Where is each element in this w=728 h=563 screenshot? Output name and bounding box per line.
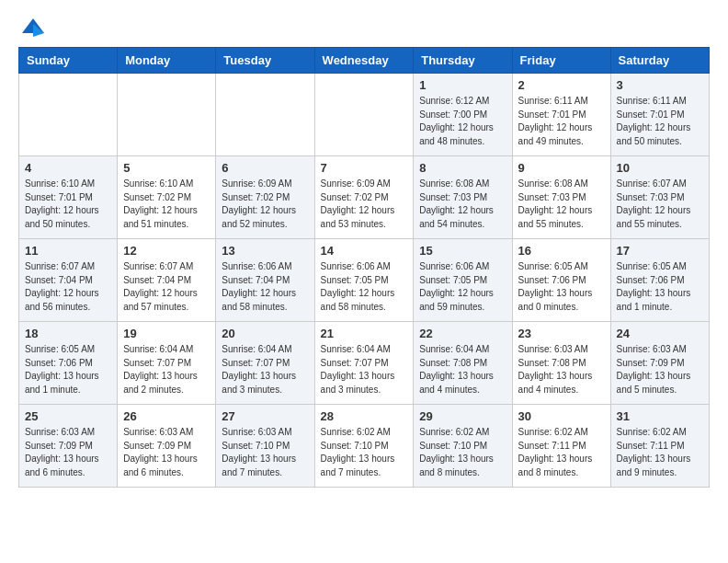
day-info: Sunrise: 6:03 AM Sunset: 7:09 PM Dayligh… [25,426,111,479]
calendar-header-row: SundayMondayTuesdayWednesdayThursdayFrid… [19,48,710,74]
day-info: Sunrise: 6:10 AM Sunset: 7:01 PM Dayligh… [25,178,111,231]
header-monday: Monday [118,48,216,74]
calendar-cell: 9Sunrise: 6:08 AM Sunset: 7:03 PM Daylig… [512,156,610,239]
day-number: 8 [419,161,506,175]
day-number: 5 [123,161,210,175]
calendar-cell: 30Sunrise: 6:02 AM Sunset: 7:11 PM Dayli… [512,405,610,488]
calendar-cell: 1Sunrise: 6:12 AM Sunset: 7:00 PM Daylig… [414,74,512,156]
day-number: 20 [222,327,308,340]
day-info: Sunrise: 6:04 AM Sunset: 7:08 PM Dayligh… [419,343,506,396]
day-number: 16 [518,244,605,258]
page-header [18,18,710,38]
calendar-cell [216,74,314,156]
day-info: Sunrise: 6:07 AM Sunset: 7:03 PM Dayligh… [617,178,703,231]
day-info: Sunrise: 6:09 AM Sunset: 7:02 PM Dayligh… [321,178,408,231]
calendar-cell: 26Sunrise: 6:03 AM Sunset: 7:09 PM Dayli… [118,405,216,488]
day-number: 19 [123,327,210,340]
calendar-cell: 8Sunrise: 6:08 AM Sunset: 7:03 PM Daylig… [414,156,512,239]
calendar-cell: 22Sunrise: 6:04 AM Sunset: 7:08 PM Dayli… [414,322,512,405]
day-number: 1 [419,78,506,92]
day-info: Sunrise: 6:10 AM Sunset: 7:02 PM Dayligh… [123,178,210,231]
day-number: 28 [321,409,408,423]
day-info: Sunrise: 6:02 AM Sunset: 7:10 PM Dayligh… [419,426,506,479]
day-info: Sunrise: 6:04 AM Sunset: 7:07 PM Dayligh… [123,343,210,396]
calendar-cell: 7Sunrise: 6:09 AM Sunset: 7:02 PM Daylig… [314,156,414,239]
header-wednesday: Wednesday [314,48,414,74]
day-info: Sunrise: 6:03 AM Sunset: 7:08 PM Dayligh… [518,343,605,396]
day-number: 15 [419,244,506,258]
day-number: 26 [123,409,210,423]
day-number: 21 [321,327,408,340]
day-number: 3 [617,78,703,92]
calendar-cell: 17Sunrise: 6:05 AM Sunset: 7:06 PM Dayli… [610,239,709,322]
calendar-cell: 4Sunrise: 6:10 AM Sunset: 7:01 PM Daylig… [19,156,118,239]
calendar-cell: 28Sunrise: 6:02 AM Sunset: 7:10 PM Dayli… [314,405,414,488]
header-friday: Friday [512,48,610,74]
calendar-cell: 20Sunrise: 6:04 AM Sunset: 7:07 PM Dayli… [216,322,314,405]
day-number: 4 [25,161,111,175]
calendar-cell: 21Sunrise: 6:04 AM Sunset: 7:07 PM Dayli… [314,322,414,405]
calendar-cell [314,74,414,156]
day-number: 29 [419,409,506,423]
calendar-week-4: 18Sunrise: 6:05 AM Sunset: 7:06 PM Dayli… [19,322,710,405]
day-info: Sunrise: 6:08 AM Sunset: 7:03 PM Dayligh… [518,178,605,231]
day-info: Sunrise: 6:06 AM Sunset: 7:05 PM Dayligh… [321,260,408,314]
calendar-week-2: 4Sunrise: 6:10 AM Sunset: 7:01 PM Daylig… [19,156,710,239]
day-info: Sunrise: 6:05 AM Sunset: 7:06 PM Dayligh… [518,260,605,314]
day-info: Sunrise: 6:04 AM Sunset: 7:07 PM Dayligh… [222,343,308,396]
calendar-cell [118,74,216,156]
calendar-cell: 6Sunrise: 6:09 AM Sunset: 7:02 PM Daylig… [216,156,314,239]
day-info: Sunrise: 6:11 AM Sunset: 7:01 PM Dayligh… [617,95,703,148]
calendar-cell: 3Sunrise: 6:11 AM Sunset: 7:01 PM Daylig… [610,74,709,156]
calendar-cell: 15Sunrise: 6:06 AM Sunset: 7:05 PM Dayli… [414,239,512,322]
day-info: Sunrise: 6:04 AM Sunset: 7:07 PM Dayligh… [321,343,408,396]
calendar-cell: 12Sunrise: 6:07 AM Sunset: 7:04 PM Dayli… [118,239,216,322]
day-info: Sunrise: 6:09 AM Sunset: 7:02 PM Dayligh… [222,178,308,231]
day-number: 17 [617,244,703,258]
day-info: Sunrise: 6:03 AM Sunset: 7:09 PM Dayligh… [123,426,210,479]
day-number: 7 [321,161,408,175]
day-number: 30 [518,409,605,423]
calendar-cell: 23Sunrise: 6:03 AM Sunset: 7:08 PM Dayli… [512,322,610,405]
calendar-cell: 14Sunrise: 6:06 AM Sunset: 7:05 PM Dayli… [314,239,414,322]
day-info: Sunrise: 6:02 AM Sunset: 7:11 PM Dayligh… [617,426,703,479]
day-info: Sunrise: 6:06 AM Sunset: 7:04 PM Dayligh… [222,260,308,314]
day-info: Sunrise: 6:08 AM Sunset: 7:03 PM Dayligh… [419,178,506,231]
day-number: 25 [25,409,111,423]
header-thursday: Thursday [414,48,512,74]
header-saturday: Saturday [610,48,709,74]
calendar-cell: 11Sunrise: 6:07 AM Sunset: 7:04 PM Dayli… [19,239,118,322]
calendar-week-5: 25Sunrise: 6:03 AM Sunset: 7:09 PM Dayli… [19,405,710,488]
calendar-cell: 19Sunrise: 6:04 AM Sunset: 7:07 PM Dayli… [118,322,216,405]
logo [18,18,46,38]
day-number: 14 [321,244,408,258]
day-info: Sunrise: 6:12 AM Sunset: 7:00 PM Dayligh… [419,95,506,148]
calendar-cell: 16Sunrise: 6:05 AM Sunset: 7:06 PM Dayli… [512,239,610,322]
day-info: Sunrise: 6:07 AM Sunset: 7:04 PM Dayligh… [123,260,210,314]
day-number: 22 [419,327,506,340]
calendar-cell: 2Sunrise: 6:11 AM Sunset: 7:01 PM Daylig… [512,74,610,156]
day-number: 13 [222,244,308,258]
calendar-week-3: 11Sunrise: 6:07 AM Sunset: 7:04 PM Dayli… [19,239,710,322]
calendar-table: SundayMondayTuesdayWednesdayThursdayFrid… [18,47,710,488]
day-number: 11 [25,244,111,258]
day-number: 27 [222,409,308,423]
calendar-cell: 27Sunrise: 6:03 AM Sunset: 7:10 PM Dayli… [216,405,314,488]
day-number: 10 [617,161,703,175]
day-info: Sunrise: 6:05 AM Sunset: 7:06 PM Dayligh… [25,343,111,396]
day-info: Sunrise: 6:03 AM Sunset: 7:09 PM Dayligh… [617,343,703,396]
day-number: 24 [617,327,703,340]
calendar-cell [19,74,118,156]
calendar-cell: 18Sunrise: 6:05 AM Sunset: 7:06 PM Dayli… [19,322,118,405]
day-number: 12 [123,244,210,258]
day-info: Sunrise: 6:02 AM Sunset: 7:10 PM Dayligh… [321,426,408,479]
calendar-cell: 13Sunrise: 6:06 AM Sunset: 7:04 PM Dayli… [216,239,314,322]
day-info: Sunrise: 6:02 AM Sunset: 7:11 PM Dayligh… [518,426,605,479]
day-info: Sunrise: 6:06 AM Sunset: 7:05 PM Dayligh… [419,260,506,314]
calendar-week-1: 1Sunrise: 6:12 AM Sunset: 7:00 PM Daylig… [19,74,710,156]
header-tuesday: Tuesday [216,48,314,74]
day-number: 23 [518,327,605,340]
calendar-cell: 25Sunrise: 6:03 AM Sunset: 7:09 PM Dayli… [19,405,118,488]
calendar-cell: 24Sunrise: 6:03 AM Sunset: 7:09 PM Dayli… [610,322,709,405]
day-number: 2 [518,78,605,92]
